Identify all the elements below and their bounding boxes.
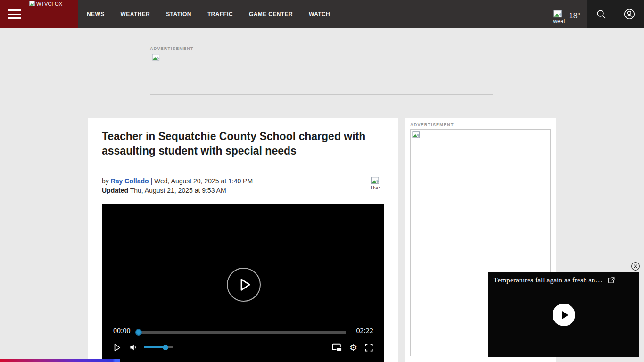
ad-broken-image: - bbox=[150, 52, 164, 63]
ad-broken-image: - bbox=[411, 130, 424, 140]
right-controls: ⚙ bbox=[332, 343, 373, 352]
nav-item-watch[interactable]: WATCH bbox=[309, 11, 330, 17]
weather-broken-image: weat bbox=[553, 10, 565, 25]
broken-image-icon bbox=[152, 54, 160, 61]
seek-bar[interactable] bbox=[138, 331, 346, 334]
article-card: Teacher in Sequatchie County School char… bbox=[88, 118, 398, 362]
share-broken-image[interactable]: Use bbox=[371, 177, 384, 193]
ad-alt-text: - bbox=[161, 54, 162, 59]
fullscreen-control[interactable] bbox=[364, 343, 373, 352]
volume-slider[interactable] bbox=[144, 346, 173, 348]
duration: 02:22 bbox=[356, 327, 373, 335]
weather-alt-text: weat bbox=[553, 18, 565, 25]
article-title: Teacher in Sequatchie County School char… bbox=[102, 129, 371, 158]
picture-in-picture-icon bbox=[332, 343, 342, 352]
floating-video-player[interactable]: Temperatures fall again as fresh sn… bbox=[488, 272, 639, 357]
mute-control[interactable] bbox=[129, 343, 138, 352]
play-icon bbox=[560, 310, 570, 321]
nav-item-news[interactable]: NEWS bbox=[87, 11, 105, 17]
top-ad-label: ADVERTISEMENT bbox=[150, 46, 194, 51]
video-controls: ⚙ bbox=[113, 341, 373, 354]
hamburger-icon bbox=[8, 9, 21, 11]
video-player[interactable]: 00:00 02:22 ⚙ bbox=[102, 204, 384, 362]
divider bbox=[102, 166, 384, 166]
nav-item-game-center[interactable]: GAME CENTER bbox=[249, 11, 293, 17]
seek-handle[interactable] bbox=[135, 329, 142, 336]
temperature: 18° bbox=[569, 10, 580, 20]
nav-item-traffic[interactable]: TRAFFIC bbox=[207, 11, 233, 17]
station-logo[interactable]: WTVCFOX bbox=[29, 1, 62, 7]
current-time: 00:00 bbox=[113, 327, 130, 335]
search-icon[interactable] bbox=[596, 9, 607, 20]
byline-prefix: by bbox=[102, 177, 109, 185]
broken-image-icon bbox=[29, 1, 35, 7]
weather-widget[interactable]: weat 18° bbox=[553, 4, 580, 25]
author-link[interactable]: Ray Collado bbox=[111, 177, 149, 185]
video-play-button[interactable] bbox=[227, 268, 261, 302]
header-brand-block: WTVCFOX bbox=[0, 0, 78, 28]
share-alt-text: Use bbox=[371, 185, 380, 190]
floating-video-title[interactable]: Temperatures fall again as fresh sn… bbox=[494, 276, 603, 284]
broken-image-icon bbox=[553, 10, 563, 18]
broken-image-icon bbox=[371, 177, 380, 185]
header: WTVCFOX NEWS WEATHER STATION TRAFFIC GAM… bbox=[0, 0, 644, 28]
top-ad-slot[interactable]: - bbox=[150, 52, 493, 95]
updated-label: Updated bbox=[102, 187, 128, 194]
share-icon[interactable] bbox=[607, 276, 615, 284]
published-date: | Wed, August 20, 2025 at 1:40 PM bbox=[150, 177, 253, 185]
gear-icon: ⚙ bbox=[349, 343, 357, 352]
floating-video-header: Temperatures fall again as fresh sn… bbox=[494, 276, 615, 284]
header-right bbox=[587, 0, 644, 28]
account-icon[interactable] bbox=[624, 8, 635, 20]
floating-video-play-button[interactable] bbox=[553, 304, 575, 326]
main-nav: NEWS WEATHER STATION TRAFFIC GAME CENTER… bbox=[78, 0, 587, 28]
byline: by Ray Collado | Wed, August 20, 2025 at… bbox=[102, 176, 253, 195]
speaker-icon bbox=[129, 343, 138, 352]
broken-image-icon bbox=[412, 131, 421, 139]
progress-gradient-bar bbox=[0, 359, 120, 362]
ad-alt-text: - bbox=[421, 131, 422, 136]
nav-item-station[interactable]: STATION bbox=[166, 11, 191, 17]
sidebar-ad-label: ADVERTISEMENT bbox=[410, 123, 454, 127]
byline-published: by Ray Collado | Wed, August 20, 2025 at… bbox=[102, 176, 253, 186]
volume-handle[interactable] bbox=[163, 345, 168, 350]
logo-alt-text: WTVCFOX bbox=[36, 1, 62, 7]
play-icon bbox=[113, 343, 121, 353]
menu-button[interactable] bbox=[8, 9, 21, 19]
updated-date: Thu, August 21, 2025 at 9:53 AM bbox=[130, 187, 226, 194]
play-icon bbox=[239, 277, 252, 292]
fullscreen-icon bbox=[364, 343, 373, 352]
page: WTVCFOX NEWS WEATHER STATION TRAFFIC GAM… bbox=[0, 0, 644, 362]
nav-item-weather[interactable]: WEATHER bbox=[121, 11, 150, 17]
close-icon bbox=[631, 262, 640, 271]
floating-video-close-button[interactable] bbox=[631, 262, 640, 271]
settings-control[interactable]: ⚙ bbox=[349, 343, 357, 352]
play-control[interactable] bbox=[113, 343, 121, 353]
byline-updated: Updated Thu, August 21, 2025 at 9:53 AM bbox=[102, 186, 253, 195]
pip-control[interactable] bbox=[332, 343, 342, 352]
